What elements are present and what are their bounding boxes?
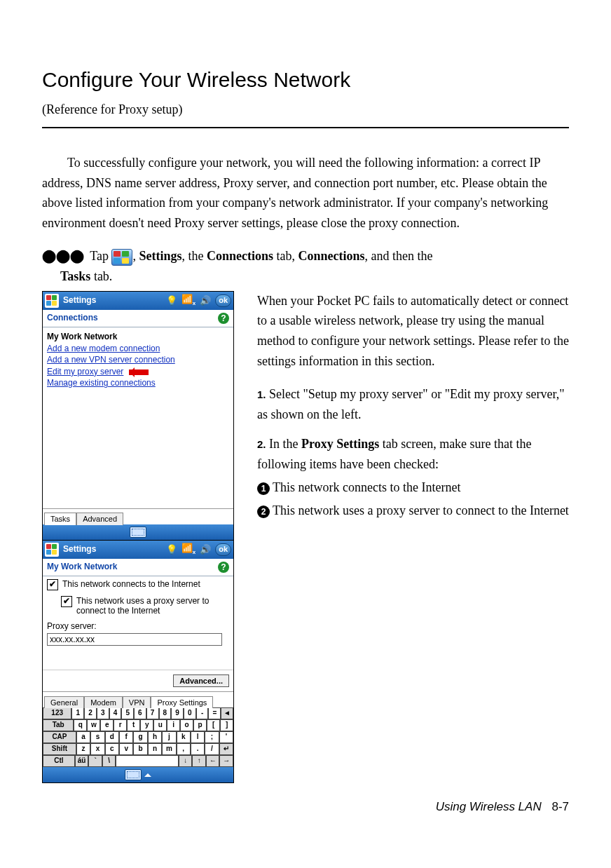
start-icon[interactable]: [45, 294, 59, 308]
key[interactable]: ↑: [192, 755, 206, 767]
signal-x-icon[interactable]: 📶x: [181, 543, 195, 555]
keyboard-toggle-icon[interactable]: [125, 769, 142, 780]
key[interactable]: c: [105, 743, 119, 755]
key[interactable]: i: [167, 719, 180, 731]
keyboard-toggle-icon[interactable]: [130, 527, 146, 538]
key[interactable]: 0: [184, 707, 196, 719]
key[interactable]: ◄: [221, 707, 233, 719]
key[interactable]: d: [105, 731, 119, 743]
speaker-icon[interactable]: 🔊: [200, 295, 211, 306]
link-manage-connections[interactable]: Manage existing connections: [43, 377, 233, 388]
speaker-icon[interactable]: 🔊: [200, 544, 211, 555]
checkbox-uses-proxy[interactable]: ✔: [61, 596, 72, 607]
key[interactable]: ': [219, 731, 233, 743]
tab-tasks[interactable]: Tasks: [44, 513, 76, 524]
key[interactable]: f: [119, 731, 133, 743]
checkbox-connects-internet[interactable]: ✔: [47, 579, 58, 590]
soft-keyboard[interactable]: 1231234567890-=◄ Tabqwertyuiop[] CAPasdf…: [43, 707, 233, 767]
link-add-vpn[interactable]: Add a new VPN server connection: [43, 354, 233, 365]
link-add-modem[interactable]: Add a new modem connection: [43, 343, 233, 354]
key[interactable]: a: [76, 731, 90, 743]
key[interactable]: e: [100, 719, 114, 731]
bulb-icon[interactable]: 💡: [166, 295, 177, 306]
key[interactable]: [116, 755, 179, 767]
help-icon[interactable]: ?: [218, 313, 229, 324]
key[interactable]: 9: [171, 707, 184, 719]
ok-button[interactable]: ok: [215, 543, 231, 556]
key[interactable]: Ctl: [43, 755, 75, 767]
key[interactable]: b: [133, 743, 147, 755]
key[interactable]: p: [193, 719, 207, 731]
key[interactable]: /: [205, 743, 219, 755]
circled-2-icon: 2: [257, 506, 270, 518]
key[interactable]: k: [177, 731, 191, 743]
key[interactable]: w: [87, 719, 100, 731]
key[interactable]: -: [196, 707, 209, 719]
key[interactable]: m: [162, 743, 176, 755]
key[interactable]: n: [148, 743, 162, 755]
key[interactable]: t: [127, 719, 140, 731]
key[interactable]: [: [207, 719, 220, 731]
tab-proxy-settings[interactable]: Proxy Settings: [151, 696, 213, 708]
key[interactable]: s: [90, 731, 104, 743]
key[interactable]: z: [76, 743, 90, 755]
step-text: , and then the: [364, 249, 432, 263]
tab-vpn[interactable]: VPN: [123, 696, 151, 708]
key[interactable]: ↵: [219, 743, 233, 755]
key[interactable]: 4: [109, 707, 122, 719]
key[interactable]: 8: [159, 707, 172, 719]
key[interactable]: CAP: [43, 731, 76, 743]
checkbox-label: This network connects to the Internet: [62, 579, 200, 589]
help-icon[interactable]: ?: [218, 562, 229, 573]
step-number: 2.: [257, 438, 266, 450]
key[interactable]: áü: [75, 755, 89, 767]
key[interactable]: o: [180, 719, 193, 731]
tab-general[interactable]: General: [44, 696, 84, 708]
intro-paragraph: To successfully configure your network, …: [42, 153, 569, 233]
key[interactable]: ]: [220, 719, 233, 731]
key[interactable]: y: [140, 719, 153, 731]
key[interactable]: 5: [121, 707, 134, 719]
key[interactable]: v: [119, 743, 133, 755]
proxy-label: Proxy server:: [47, 621, 229, 631]
key[interactable]: Shift: [43, 743, 76, 755]
proxy-server-input[interactable]: [47, 633, 222, 646]
link-edit-proxy[interactable]: Edit my proxy server: [47, 367, 123, 377]
key[interactable]: \: [102, 755, 116, 767]
key[interactable]: q: [74, 719, 87, 731]
chevron-up-icon[interactable]: [144, 770, 151, 777]
key[interactable]: l: [191, 731, 205, 743]
checkbox-label: This network uses a proxy server to conn…: [76, 596, 229, 616]
key[interactable]: 2: [84, 707, 97, 719]
ok-button[interactable]: ok: [215, 294, 231, 307]
bulb-icon[interactable]: 💡: [166, 544, 177, 555]
key[interactable]: h: [148, 731, 162, 743]
key[interactable]: u: [153, 719, 167, 731]
start-icon[interactable]: [45, 543, 59, 557]
key[interactable]: ↓: [179, 755, 193, 767]
key[interactable]: r: [114, 719, 127, 731]
key[interactable]: x: [90, 743, 104, 755]
key[interactable]: 123: [43, 707, 71, 719]
key[interactable]: Tab: [43, 719, 74, 731]
key[interactable]: .: [191, 743, 205, 755]
key[interactable]: 7: [146, 707, 159, 719]
key[interactable]: j: [162, 731, 176, 743]
tab-modem[interactable]: Modem: [84, 696, 123, 708]
tab-advanced[interactable]: Advanced: [76, 513, 123, 524]
key[interactable]: ,: [177, 743, 191, 755]
key[interactable]: ←: [206, 755, 220, 767]
key[interactable]: `: [88, 755, 102, 767]
key[interactable]: →: [219, 755, 233, 767]
divider: [42, 127, 569, 128]
key[interactable]: 6: [134, 707, 146, 719]
key[interactable]: ;: [205, 731, 219, 743]
key[interactable]: g: [133, 731, 147, 743]
key[interactable]: 3: [97, 707, 109, 719]
signal-x-icon[interactable]: 📶x: [181, 294, 195, 306]
step-text: In the: [269, 437, 301, 451]
key[interactable]: =: [208, 707, 221, 719]
key[interactable]: 1: [71, 707, 84, 719]
advanced-button[interactable]: Advanced...: [173, 674, 229, 687]
circled-1-icon: 1: [257, 482, 270, 495]
